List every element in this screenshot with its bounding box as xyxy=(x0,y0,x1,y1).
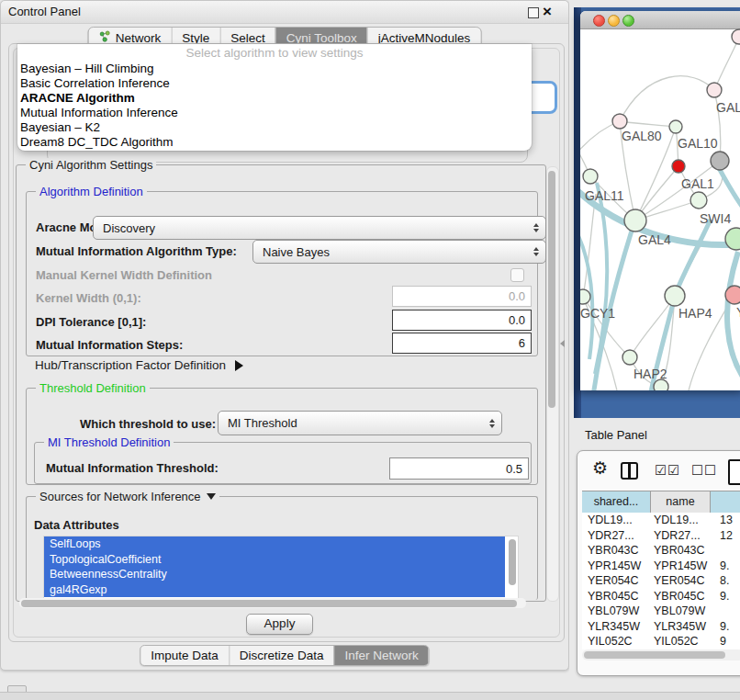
network-node[interactable] xyxy=(622,350,637,365)
split-pane-divider-handle[interactable] xyxy=(560,340,565,347)
network-node[interactable] xyxy=(732,29,740,44)
close-traffic-light[interactable] xyxy=(593,15,605,27)
algorithm-option[interactable]: Basic Correlation Inference xyxy=(17,76,532,91)
node-label: GAL11 xyxy=(585,188,624,203)
sources-group-title[interactable]: Sources for Network Inference xyxy=(36,490,219,503)
network-node[interactable] xyxy=(624,209,646,231)
data-attribute-item[interactable]: SelfLoops xyxy=(44,536,505,552)
table-panel: Table Panel ⚙ ☑☑ ☐☐ shared... name YDL19… xyxy=(569,418,740,700)
table-row[interactable]: YPR145WYPR145W9. xyxy=(582,559,740,574)
mi-threshold-definition-group: MI Threshold Definition Mutual Informati… xyxy=(34,442,532,484)
mi-steps-field[interactable]: 6 xyxy=(392,333,532,354)
network-canvas[interactable]: GALGAL80GAL10GAL1GAL11GAL4SWI4GCY1HAP4YH… xyxy=(580,28,740,390)
dpi-tolerance-value: 0.0 xyxy=(509,313,525,327)
gear-icon[interactable]: ⚙ xyxy=(592,458,608,479)
network-node[interactable] xyxy=(583,169,598,184)
hide-columns-icon[interactable]: ☐☐ xyxy=(691,463,717,478)
table-row[interactable]: YBL079WYBL079W xyxy=(582,604,740,619)
collapse-arrow-icon xyxy=(207,493,216,500)
column-header[interactable]: name xyxy=(651,491,711,513)
settings-horizontal-scrollbar-thumb[interactable] xyxy=(21,600,517,607)
mi-type-select[interactable]: Naive Bayes xyxy=(252,240,546,264)
export-table-icon[interactable] xyxy=(728,459,740,485)
network-node[interactable] xyxy=(669,120,682,133)
node-label: GAL10 xyxy=(678,136,718,151)
network-node[interactable] xyxy=(612,114,627,129)
table-cell xyxy=(709,604,740,619)
column-header[interactable]: shared... xyxy=(582,491,651,513)
table-cell: YBL079W xyxy=(582,604,650,619)
table-header-row: shared... name xyxy=(582,491,740,514)
network-edge-thick xyxy=(718,166,740,216)
table-cell: YER054C xyxy=(582,573,650,589)
table-row[interactable]: YER054CYER054C8. xyxy=(582,573,740,589)
data-attributes-listbox[interactable]: SelfLoopsTopologicalCoefficientBetweenne… xyxy=(43,536,519,599)
column-divider-line xyxy=(628,464,631,478)
which-threshold-select[interactable]: MI Threshold xyxy=(218,411,502,435)
algorithm-option[interactable]: Bayesian – Hill Climbing xyxy=(17,62,532,76)
algorithm-definition-group: Algorithm Definition Aracne Mode: Discov… xyxy=(26,191,538,356)
apply-button[interactable]: Apply xyxy=(246,614,313,635)
tab-label: Infer Network xyxy=(344,649,418,662)
table-row[interactable]: YBR045CYBR045C9. xyxy=(582,589,740,604)
node-label: SWI4 xyxy=(700,211,731,226)
show-columns-icon[interactable]: ☑☑ xyxy=(655,463,680,478)
network-node[interactable] xyxy=(690,192,707,209)
minimize-traffic-light[interactable] xyxy=(608,15,620,27)
network-node[interactable] xyxy=(672,160,685,173)
table-row[interactable]: YLR345WYLR345W9. xyxy=(582,619,740,635)
table-cell: YDL19... xyxy=(650,513,709,528)
algorithm-option[interactable]: Dream8 DC_TDC Algorithm xyxy=(17,135,532,150)
zoom-traffic-light[interactable] xyxy=(622,15,634,27)
column-layout-icon[interactable] xyxy=(621,462,638,480)
algorithm-option[interactable]: ARACNE Algorithm xyxy=(17,91,532,106)
table-horizontal-scrollbar[interactable] xyxy=(582,649,740,660)
table-row[interactable]: YBR043CYBR043C xyxy=(582,543,740,559)
close-icon[interactable]: × xyxy=(543,2,552,22)
settings-vertical-scrollbar[interactable] xyxy=(546,166,559,602)
settings-horizontal-scrollbar[interactable] xyxy=(19,598,526,608)
network-node[interactable] xyxy=(665,286,685,306)
network-window-titlebar[interactable] xyxy=(580,11,740,29)
table-row[interactable]: YDR27...YDR27...12 xyxy=(582,528,740,544)
table-cell: YDR27... xyxy=(650,528,709,544)
algorithm-option[interactable]: Bayesian – K2 xyxy=(17,120,532,135)
mi-type-label: Mutual Information Algorithm Type: xyxy=(36,244,237,258)
tab-discretize-data[interactable]: Discretize Data xyxy=(229,646,334,665)
manual-kernel-label: Manual Kernel Width Definition xyxy=(36,268,212,282)
data-attribute-item[interactable]: BetweennessCentrality xyxy=(44,567,505,582)
algorithm-option[interactable]: Mutual Information Inference xyxy=(17,106,532,120)
data-attribute-item[interactable]: gal4RGexp xyxy=(44,582,505,598)
spinner-arrows-icon xyxy=(489,419,495,428)
network-node[interactable] xyxy=(580,289,590,304)
table-cell: YDR27... xyxy=(582,528,650,544)
tab-label: Discretize Data xyxy=(240,649,324,662)
list-vertical-scrollbar-thumb[interactable] xyxy=(509,539,516,585)
data-attribute-item[interactable]: TopologicalCoefficient xyxy=(44,552,505,568)
table-row[interactable]: YIL052CYIL052C9 xyxy=(582,634,740,649)
dpi-tolerance-field[interactable]: 0.0 xyxy=(392,310,532,331)
algorithm-dropdown-placeholder: Select algorithm to view settings xyxy=(17,44,532,62)
mi-threshold-field[interactable]: 0.5 xyxy=(389,457,529,480)
table-cell: 9 xyxy=(709,634,740,649)
tab-label: Impute Data xyxy=(151,649,219,662)
table-row[interactable]: YDL19...YDL19...13 xyxy=(582,513,740,528)
network-node[interactable] xyxy=(707,83,722,97)
sources-title-text: Sources for Network Inference xyxy=(39,490,201,503)
settings-vertical-scrollbar-thumb[interactable] xyxy=(548,171,555,408)
network-node[interactable] xyxy=(725,286,740,304)
aracne-mode-select[interactable]: Discovery xyxy=(93,216,546,240)
table-horizontal-scrollbar-thumb[interactable] xyxy=(584,651,725,659)
tab-impute-data[interactable]: Impute Data xyxy=(140,646,229,665)
control-panel-titlebar[interactable]: Control Panel × xyxy=(1,1,568,24)
float-window-icon[interactable] xyxy=(528,7,539,18)
network-view-window: GALGAL80GAL10GAL1GAL11GAL4SWI4GCY1HAP4YH… xyxy=(580,11,740,390)
table-cell: 9. xyxy=(709,619,740,635)
algorithm-dropdown-popup: Select algorithm to view settings Bayesi… xyxy=(17,44,532,151)
node-label: HAP2 xyxy=(633,367,667,381)
hub-tf-definition-expander[interactable]: Hub/Transcription Factor Definition xyxy=(35,358,243,372)
network-node[interactable] xyxy=(711,152,729,170)
tab-infer-network[interactable]: Infer Network xyxy=(333,646,428,665)
network-edge xyxy=(620,76,714,121)
column-header[interactable] xyxy=(711,491,740,513)
